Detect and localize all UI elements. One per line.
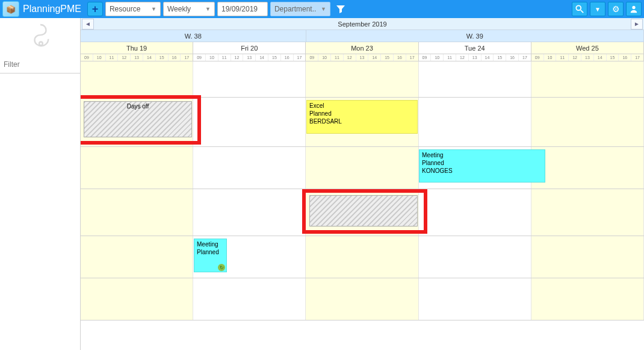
hour-tick: 12 (118, 54, 131, 61)
row-megan-cox[interactable]: Megan Cox Meeting Planned KONOGES (81, 147, 644, 189)
row-daniel-pitt[interactable]: Daniel Pitt Meeting Planned ↻ (81, 236, 644, 278)
hour-tick: 14 (481, 54, 494, 61)
hours-header: 091011121314151617 091011121314151617 09… (81, 54, 644, 61)
hour-tick: 16 (394, 54, 406, 61)
month-label: September 2019 (95, 20, 630, 28)
hour-tick: 11 (444, 54, 456, 61)
event-meeting-recurring[interactable]: Meeting Planned ↻ (194, 239, 227, 272)
event-unavailable[interactable] (309, 195, 418, 227)
hour-tick: 09 (193, 54, 206, 61)
hour-tick: 17 (631, 54, 643, 61)
day-thu19[interactable]: Thu 19 (81, 42, 193, 54)
hour-tick: 14 (256, 54, 268, 61)
event-line: Meeting (422, 151, 542, 159)
hour-tick: 12 (569, 54, 581, 61)
plus-icon: + (92, 3, 99, 16)
row-lucy-kidman[interactable]: Lucy Kidman (81, 189, 644, 236)
event-meeting-konoges[interactable]: Meeting Planned KONOGES (419, 149, 545, 183)
resource-dropdown-label: Resource (110, 5, 140, 13)
event-line: Planned (197, 248, 224, 256)
svg-point-0 (576, 5, 581, 10)
hour-tick: 16 (169, 54, 181, 61)
hours-mon23: 091011121314151617 (306, 54, 418, 61)
view-dropdown[interactable]: Weekly ▼ (163, 2, 215, 16)
prev-month-button[interactable]: ◄ (82, 19, 94, 30)
month-header: ◄ September 2019 ► (81, 18, 644, 30)
hour-tick: 17 (519, 54, 531, 61)
hour-tick: 11 (218, 54, 231, 61)
next-month-button[interactable]: ► (631, 19, 643, 30)
hour-tick: 16 (506, 54, 519, 61)
event-days-off[interactable]: Days off (84, 101, 192, 137)
event-label: Days off (127, 103, 149, 110)
chevron-down-icon: ▼ (205, 6, 211, 12)
app-logo-icon: 📦 (2, 1, 19, 17)
department-label: Department.. (274, 5, 316, 13)
user-icon (630, 5, 638, 13)
search-button[interactable] (572, 2, 587, 16)
hour-tick: 15 (494, 54, 506, 61)
hours-tue24: 091011121314151617 (419, 54, 531, 61)
event-line: Meeting (197, 240, 224, 248)
event-excel[interactable]: Excel Planned BERDSARL (306, 100, 418, 134)
schedule-grid: ◄ September 2019 ► W. 38 W. 39 Thu 19 Fr… (81, 18, 644, 350)
resource-dropdown[interactable]: Resource ▼ (105, 2, 161, 16)
hour-tick: 11 (106, 54, 119, 61)
filter-button[interactable] (333, 2, 348, 16)
chevron-right-icon: ► (634, 20, 640, 27)
schedule-rows: John White Paul Grant Days off Excel Pla… (81, 61, 644, 320)
week-39[interactable]: W. 39 (306, 30, 644, 42)
hour-tick: 11 (331, 54, 344, 61)
hour-tick: 13 (356, 54, 369, 61)
svg-point-3 (39, 42, 43, 46)
view-dropdown-label: Weekly (167, 5, 191, 13)
svg-point-2 (632, 6, 635, 9)
chevron-down-icon: ▼ (595, 6, 601, 13)
hour-tick: 17 (181, 54, 193, 61)
event-line: Planned (309, 110, 415, 117)
department-dropdown[interactable]: Department.. ▼ (270, 2, 330, 16)
hour-tick: 11 (556, 54, 569, 61)
hour-tick: 09 (81, 54, 93, 61)
row-paul-grant[interactable]: Paul Grant Days off Excel Planned BERDSA… (81, 98, 644, 147)
hour-tick: 09 (306, 54, 318, 61)
date-value: 19/09/2019 (221, 5, 258, 13)
hour-tick: 09 (531, 54, 544, 61)
left-column: Filter (0, 18, 81, 350)
hour-tick: 17 (406, 54, 418, 61)
row-john-white[interactable]: John White (81, 61, 644, 98)
hour-tick: 16 (281, 54, 294, 61)
hour-tick: 10 (318, 54, 331, 61)
user-button[interactable] (626, 2, 642, 16)
event-line: Planned (422, 159, 542, 167)
more-dropdown[interactable]: ▼ (590, 2, 605, 16)
week-38[interactable]: W. 38 (81, 30, 306, 42)
hour-tick: 14 (368, 54, 381, 61)
funnel-icon (336, 4, 345, 14)
hour-tick: 15 (156, 54, 169, 61)
day-fri20[interactable]: Fri 20 (193, 42, 306, 54)
top-toolbar: 📦 PlanningPME + Resource ▼ Weekly ▼ 19/0… (0, 0, 644, 18)
date-input[interactable]: 19/09/2019 (217, 2, 268, 16)
hour-tick: 17 (294, 54, 306, 61)
day-tue24[interactable]: Tue 24 (419, 42, 531, 54)
hour-tick: 10 (93, 54, 106, 61)
chevron-down-icon: ▼ (151, 6, 156, 12)
day-header: Thu 19 Fri 20 Mon 23 Tue 24 Wed 25 (81, 42, 644, 54)
day-mon23[interactable]: Mon 23 (306, 42, 418, 54)
search-icon (575, 5, 584, 13)
filter-label: Filter (0, 55, 80, 73)
hour-tick: 10 (431, 54, 444, 61)
hours-wed25: 091011121314151617 (531, 54, 644, 61)
row-jackie-washington[interactable]: Jackie Washington (81, 278, 644, 320)
gear-icon: ⚙ (612, 4, 620, 14)
hour-tick: 15 (381, 54, 394, 61)
sidebar-logo-icon (0, 18, 80, 55)
settings-button[interactable]: ⚙ (608, 2, 624, 16)
day-wed25[interactable]: Wed 25 (531, 42, 644, 54)
hour-tick: 15 (607, 54, 619, 61)
add-button[interactable]: + (87, 2, 103, 16)
hour-tick: 14 (143, 54, 156, 61)
hour-tick: 13 (581, 54, 594, 61)
week-header: W. 38 W. 39 (81, 30, 644, 42)
